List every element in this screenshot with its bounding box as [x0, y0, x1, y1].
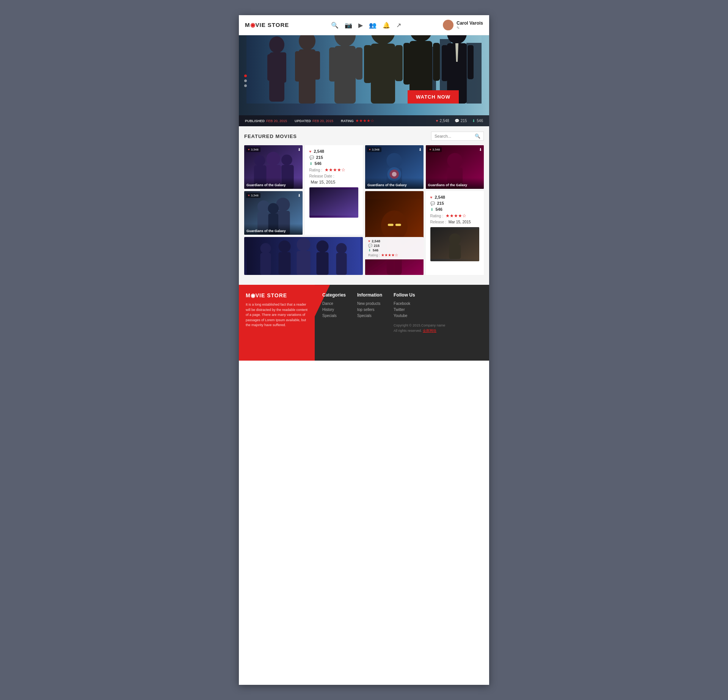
- svg-point-35: [254, 155, 265, 166]
- footer-twitter[interactable]: Twitter: [394, 308, 445, 312]
- copyright-text2: All rights reserved.: [394, 329, 422, 333]
- svg-rect-25: [403, 43, 410, 85]
- footer-description: It is a long established fact that a rea…: [246, 302, 308, 328]
- download-icon: ⬇: [430, 207, 433, 212]
- svg-rect-59: [388, 224, 394, 226]
- hero-dot-3[interactable]: [244, 85, 247, 87]
- user-info: Carol Varois ✎: [457, 20, 483, 30]
- watch-now-button[interactable]: WATCH NOW: [408, 90, 459, 104]
- footer-information: Information New products top sellers Spe…: [357, 292, 382, 353]
- avatar: [443, 20, 453, 30]
- hero-published: PUBLISHED FEB 20, 2015: [245, 119, 287, 123]
- svg-rect-14: [314, 51, 320, 80]
- search-icon[interactable]: 🔍: [331, 22, 339, 29]
- movie-card-xmen[interactable]: [244, 237, 363, 275]
- svg-rect-18: [356, 47, 362, 80]
- heart-icon: ♥: [248, 194, 250, 197]
- hero-dot-2[interactable]: [244, 80, 247, 82]
- svg-rect-71: [297, 251, 311, 275]
- featured-header: FEATURED MOVIES 🔍: [244, 132, 484, 141]
- rating-stars: ★★★★☆: [325, 167, 345, 173]
- svg-rect-60: [395, 224, 401, 226]
- info-downloads-row: ⬇ 546: [309, 161, 359, 166]
- hero-downloads: ⬇ 546: [472, 119, 483, 123]
- updated-date: FEB 20, 2015: [312, 119, 333, 123]
- download-btn[interactable]: ⬇: [298, 148, 301, 152]
- rating-label: Rating :: [430, 214, 443, 218]
- info-date-row: Release : Mar 15, 2015: [430, 220, 480, 224]
- footer-facebook[interactable]: Facebook: [394, 301, 445, 306]
- nav-icons: 🔍 📷 ▶ 👥 🔔 ↗: [331, 22, 401, 29]
- svg-rect-30: [468, 45, 474, 79]
- footer-info-specials[interactable]: Specials: [357, 314, 382, 318]
- download-icon: ⬇: [309, 162, 312, 166]
- movie-title-overlay: Guardians of the Galaxy: [426, 178, 484, 189]
- logo-accent: ◉: [250, 22, 256, 28]
- search-icon: 🔍: [475, 133, 480, 139]
- likes-value: 3,548: [372, 148, 380, 151]
- comment-icon: 💬: [430, 201, 435, 206]
- likes-value: 3,548: [251, 148, 259, 151]
- footer-youtube[interactable]: Youtube: [394, 314, 445, 318]
- logo[interactable]: M◉VIE STORE: [245, 22, 289, 28]
- info-likes-row: ♥ 2,548: [309, 149, 359, 154]
- copyright-link[interactable]: 金辉网络: [423, 329, 436, 333]
- movie-card-1[interactable]: ♥ 3,548 ⬇ Guardians of the Galaxy: [244, 145, 303, 189]
- information-title: Information: [357, 292, 382, 298]
- user-edit-icon[interactable]: ✎: [457, 26, 483, 30]
- info-rating-row: Rating : ★★★★☆: [430, 213, 480, 218]
- movie-title-overlay: Guardians of the Galaxy: [365, 178, 424, 189]
- heart-icon: ♥: [369, 148, 371, 151]
- footer-info-sellers[interactable]: top sellers: [357, 308, 382, 312]
- downloads-count: 546: [436, 207, 442, 212]
- info-likes-row: ♥ 2,548: [430, 195, 480, 199]
- video-icon[interactable]: 📷: [345, 22, 352, 29]
- play-icon[interactable]: ▶: [358, 22, 363, 29]
- svg-rect-10: [281, 52, 286, 83]
- featured-title: FEATURED MOVIES: [244, 133, 297, 139]
- svg-point-72: [317, 240, 329, 253]
- hero-banner: WATCH NOW PUBLISHED FEB 20, 2015 UPDATED…: [239, 35, 489, 126]
- bell-icon[interactable]: 🔔: [383, 22, 390, 29]
- comments-count: 215: [437, 201, 444, 206]
- movie-card-3[interactable]: ♥ 3,548 ⬇ Guardians of the Galaxy: [426, 145, 484, 189]
- movie-stats-overlay: ♥ 3,548 ⬇: [367, 147, 422, 152]
- download-btn[interactable]: ⬇: [298, 193, 301, 198]
- footer-info-new[interactable]: New products: [357, 301, 382, 306]
- svg-point-1: [444, 27, 452, 30]
- movie-card-spider2[interactable]: ♥ 2,548 💬 215 ⬇ 546 Rating :: [365, 237, 424, 275]
- svg-rect-75: [336, 253, 347, 275]
- share-icon[interactable]: ↗: [396, 22, 401, 29]
- movie-card-4[interactable]: ♥ 3,548 ⬇ Guardians of the Galaxy: [244, 191, 303, 235]
- rating-stars: ★★★★☆: [446, 213, 466, 218]
- likes-badge: ♥ 3,548: [367, 147, 381, 152]
- footer-cat-dance[interactable]: Dance: [322, 301, 346, 306]
- likes-value: 3,548: [251, 194, 259, 197]
- rating-stars: ★★★★☆: [355, 118, 374, 123]
- info-downloads-row: ⬇ 546: [430, 207, 480, 212]
- svg-rect-13: [295, 51, 301, 82]
- copyright-text: Copyright © 2015.Company name: [394, 323, 445, 327]
- hero-dot-1[interactable]: [244, 75, 247, 77]
- download-btn[interactable]: ⬇: [479, 148, 482, 152]
- comments-count: 215: [461, 119, 467, 123]
- comment-icon: 💬: [309, 155, 314, 160]
- likes-badge: ♥ 3,548: [246, 147, 260, 152]
- svg-rect-26: [433, 43, 440, 81]
- footer-cat-specials[interactable]: Specials: [322, 314, 346, 318]
- movie-card-2[interactable]: ♥ 3,548 ⬇ Guardians of the Galaxy: [365, 145, 424, 189]
- search-box[interactable]: 🔍: [431, 132, 484, 141]
- download-btn[interactable]: ⬇: [419, 148, 422, 152]
- footer-cat-history[interactable]: History: [322, 308, 346, 312]
- svg-rect-21: [364, 45, 372, 83]
- svg-rect-12: [299, 49, 315, 104]
- heart-icon: ♥: [436, 119, 438, 123]
- user-name: Carol Varois: [457, 20, 483, 26]
- search-input[interactable]: [435, 134, 472, 138]
- date-label: Release Date :: [309, 174, 334, 178]
- info-date-row: Release Date :: [309, 174, 359, 178]
- user-area[interactable]: Carol Varois ✎: [443, 20, 483, 30]
- svg-point-66: [260, 243, 271, 254]
- likes-value: 3,548: [432, 148, 440, 151]
- social-icon[interactable]: 👥: [369, 22, 377, 29]
